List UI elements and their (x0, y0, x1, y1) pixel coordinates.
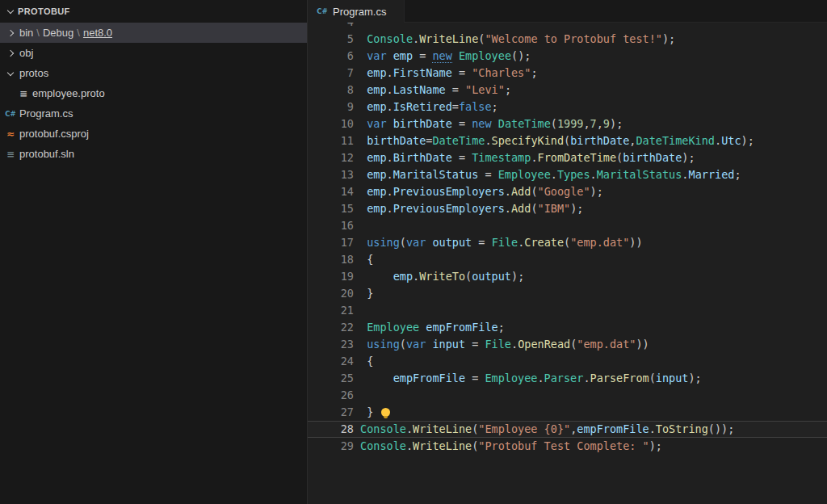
chevron-right-icon (3, 27, 18, 40)
code-text: emp.LastName = "Levi"; (360, 82, 511, 99)
code-line-26[interactable]: 26 (308, 387, 827, 404)
code-text: empFromFile = Employee.Parser.ParseFrom(… (360, 370, 702, 387)
line-number: 18 (308, 251, 360, 268)
code-line-19[interactable]: 19 emp.WriteTo(output); (308, 268, 827, 285)
line-number: 6 (308, 48, 360, 65)
code-text: { (360, 353, 373, 370)
line-number: 13 (308, 166, 360, 183)
csproj-file-icon: ≈ (3, 128, 18, 141)
code-text: } (360, 285, 373, 302)
tree-item-bin-debug-net8.0[interactable]: bin\Debug\net8.0 (0, 23, 307, 43)
line-number: 11 (308, 132, 360, 149)
code-text: } (360, 404, 390, 421)
line-number: 15 (308, 200, 360, 217)
csharp-file-icon: C# (3, 107, 18, 120)
line-number: 4 (308, 23, 360, 31)
code-line-20[interactable]: 20 } (308, 285, 827, 302)
code-line-25[interactable]: 25 empFromFile = Employee.Parser.ParseFr… (308, 370, 827, 387)
code-line-8[interactable]: 8 emp.LastName = "Levi"; (308, 82, 827, 99)
code-line-13[interactable]: 13 emp.MaritalStatus = Employee.Types.Ma… (308, 166, 827, 183)
code-line-9[interactable]: 9 emp.IsRetired=false; (308, 99, 827, 116)
line-number: 19 (308, 268, 360, 285)
code-line-27[interactable]: 27 } (308, 404, 827, 421)
code-line-5[interactable]: 5 Console.WriteLine("Welcome to Protobuf… (308, 31, 827, 48)
code-line-12[interactable]: 12 emp.BirthDate = Timestamp.FromDateTim… (308, 149, 827, 166)
tree-item-label: protos (19, 67, 48, 79)
code-line-24[interactable]: 24 { (308, 353, 827, 370)
code-line-6[interactable]: 6 var emp = new Employee(); (308, 48, 827, 65)
code-line-4[interactable]: 4 (308, 23, 827, 31)
line-number: 8 (308, 82, 360, 99)
code-text: emp.IsRetired=false; (360, 99, 498, 116)
code-text: { (360, 251, 373, 268)
tree-item-protobuf.csproj[interactable]: ≈protobuf.csproj (0, 124, 307, 144)
line-number: 25 (308, 370, 360, 387)
proto-file-icon: ≡ (16, 87, 31, 100)
file-tree: bin\Debug\net8.0objprotos≡employee.proto… (0, 23, 307, 164)
tree-item-label: protobuf.csproj (19, 128, 89, 140)
code-text: birthDate=DateTime.SpecifyKind(birthDate… (360, 132, 754, 149)
line-number: 28 (308, 422, 360, 437)
code-line-15[interactable]: 15 emp.PreviousEmployers.Add("IBM"); (308, 200, 827, 217)
line-number: 22 (308, 319, 360, 336)
line-number: 14 (308, 183, 360, 200)
line-number: 17 (308, 234, 360, 251)
tree-item-obj[interactable]: obj (0, 43, 307, 63)
explorer-sidebar: PROTOBUF bin\Debug\net8.0objprotos≡emplo… (0, 0, 308, 504)
code-lines: 45 Console.WriteLine("Welcome to Protobu… (308, 23, 827, 455)
tab-program-cs[interactable]: C# Program.cs (308, 0, 405, 23)
code-line-7[interactable]: 7 emp.FirstName = "Charles"; (308, 65, 827, 82)
line-number: 29 (308, 438, 360, 455)
explorer-section-header[interactable]: PROTOBUF (0, 0, 307, 23)
line-number: 12 (308, 149, 360, 166)
line-number: 5 (308, 31, 360, 48)
line-number: 16 (308, 217, 360, 234)
line-number: 26 (308, 387, 360, 404)
tree-item-protobuf.sln[interactable]: ≡protobuf.sln (0, 144, 307, 164)
line-number: 10 (308, 116, 360, 132)
code-line-18[interactable]: 18 { (308, 251, 827, 268)
sln-file-icon: ≡ (3, 148, 18, 161)
code-line-29[interactable]: 29Console.WriteLine("Protobuf Test Compl… (308, 438, 827, 455)
editor-group: C# Program.cs 45 Console.WriteLine("Welc… (308, 0, 827, 504)
line-number: 27 (308, 404, 360, 421)
code-text: using(var input = File.OpenRead("emp.dat… (360, 336, 649, 353)
code-text: emp.PreviousEmployers.Add("Google"); (360, 183, 603, 200)
quick-fix-lightbulb-icon[interactable] (381, 408, 390, 417)
tab-bar: C# Program.cs (308, 0, 827, 23)
code-text: Employee empFromFile; (360, 319, 505, 336)
chevron-down-icon (3, 5, 18, 18)
line-number: 9 (308, 99, 360, 116)
code-text: var emp = new Employee(); (360, 48, 531, 65)
tree-item-label: employee.proto (32, 87, 105, 99)
code-text: emp.BirthDate = Timestamp.FromDateTime(b… (360, 149, 695, 166)
code-area: 45 Console.WriteLine("Welcome to Protobu… (308, 23, 827, 504)
line-number: 7 (308, 65, 360, 82)
code-text: emp.PreviousEmployers.Add("IBM"); (360, 200, 583, 217)
code-line-21[interactable]: 21 (308, 302, 827, 319)
code-line-22[interactable]: 22 Employee empFromFile; (308, 319, 827, 336)
code-line-14[interactable]: 14 emp.PreviousEmployers.Add("Google"); (308, 183, 827, 200)
code-text: Console.WriteLine("Employee {0}",empFrom… (360, 422, 734, 437)
tree-item-employee.proto[interactable]: ≡employee.proto (0, 83, 307, 103)
code-line-16[interactable]: 16 (308, 217, 827, 234)
tree-item-label: Program.cs (19, 107, 73, 120)
vscode-window: PROTOBUF bin\Debug\net8.0objprotos≡emplo… (0, 0, 827, 504)
tree-item-label: protobuf.sln (19, 148, 74, 160)
code-line-17[interactable]: 17 using(var output = File.Create("emp.d… (308, 234, 827, 251)
line-number: 23 (308, 336, 360, 353)
code-line-10[interactable]: 10 var birthDate = new DateTime(1999,7,9… (308, 116, 827, 132)
code-text: Console.WriteLine("Welcome to Protobuf t… (360, 31, 675, 48)
chevron-down-icon (3, 67, 18, 80)
code-text: var birthDate = new DateTime(1999,7,9); (360, 116, 623, 132)
code-line-28[interactable]: 28Console.WriteLine("Employee {0}",empFr… (308, 421, 827, 438)
tree-item-program.cs[interactable]: C#Program.cs (0, 103, 307, 124)
tree-item-label: bin\Debug\net8.0 (19, 27, 112, 39)
code-text: emp.FirstName = "Charles"; (360, 65, 538, 82)
code-text: emp.WriteTo(output); (360, 268, 524, 285)
code-line-11[interactable]: 11 birthDate=DateTime.SpecifyKind(birthD… (308, 132, 827, 149)
tree-item-protos[interactable]: protos (0, 63, 307, 83)
code-line-23[interactable]: 23 using(var input = File.OpenRead("emp.… (308, 336, 827, 353)
code-text: using(var output = File.Create("emp.dat"… (360, 234, 643, 251)
tab-label: Program.cs (333, 6, 386, 18)
